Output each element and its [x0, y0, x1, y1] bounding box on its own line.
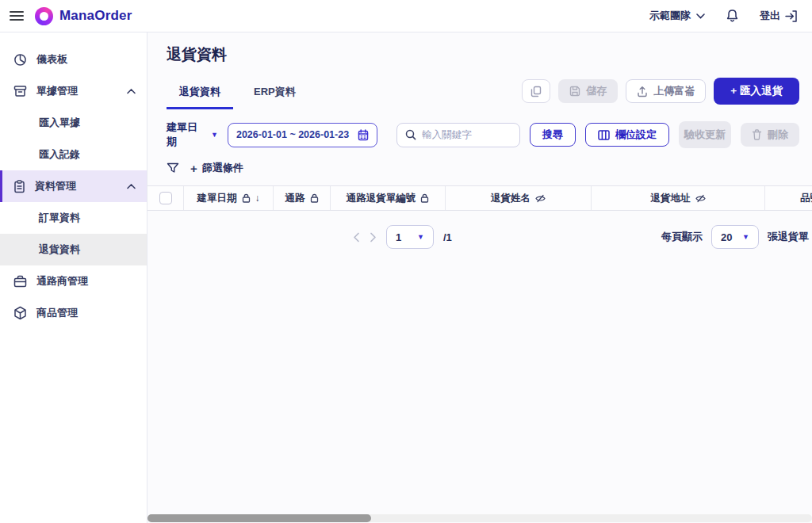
column-label: 通路退貨單編號 — [347, 192, 416, 205]
per-page-select[interactable]: 20 ▼ — [711, 225, 759, 249]
topbar: ManaOrder 示範團隊 登出 — [0, 0, 812, 32]
logout-button[interactable]: 登出 — [760, 9, 798, 23]
date-field-selector[interactable]: 建單日期 ▼ — [167, 120, 218, 149]
sidebar: 儀表板 單據管理 匯入單據 匯入記錄 資料管理 訂單資料 — [0, 32, 147, 523]
page-select-value: 1 — [396, 231, 401, 243]
eye-off-icon — [535, 194, 546, 203]
horizontal-scrollbar[interactable] — [147, 514, 812, 522]
tray-icon — [13, 85, 27, 97]
date-field-label: 建單日期 — [167, 120, 204, 149]
import-returns-button[interactable]: + 匯入退貨 — [714, 78, 799, 105]
select-all-checkbox[interactable] — [159, 192, 172, 204]
delete-label: 刪除 — [768, 128, 788, 142]
column-header-create-date[interactable]: 建單日期 ↓ — [184, 186, 274, 210]
sidebar-item-documents[interactable]: 單據管理 — [0, 75, 147, 107]
sidebar-item-return-data[interactable]: 退貨資料 — [0, 234, 147, 265]
per-page-value: 20 — [721, 231, 732, 243]
sidebar-item-label: 退貨資料 — [39, 242, 80, 257]
columns-icon — [598, 130, 610, 140]
sidebar-item-dashboard[interactable]: 儀表板 — [0, 44, 147, 75]
column-header-channel-return-no[interactable]: 通路退貨單編號 — [331, 186, 446, 210]
lock-icon — [242, 193, 251, 203]
clipboard-icon — [13, 180, 25, 193]
calendar-icon — [358, 129, 369, 141]
trash-icon — [752, 129, 762, 140]
page-total: /1 — [443, 231, 452, 243]
save-button[interactable]: 儲存 — [558, 79, 618, 103]
sidebar-item-label: 資料管理 — [35, 179, 76, 193]
sidebar-item-channel-management[interactable]: 通路商管理 — [0, 265, 147, 297]
search-input[interactable] — [422, 129, 511, 140]
upload-label: 上傳富崙 — [653, 84, 695, 98]
column-label: 通路 — [285, 192, 305, 205]
chevron-up-icon — [127, 184, 136, 189]
sidebar-item-label: 儀表板 — [36, 52, 67, 67]
filter-row: 建單日期 ▼ 2026-01-01 ~ 2026-01-23 搜尋 — [147, 120, 812, 149]
delete-button[interactable]: 刪除 — [741, 123, 799, 147]
search-icon — [405, 129, 416, 140]
funnel-icon[interactable] — [167, 162, 179, 174]
select-all-cell — [147, 186, 184, 210]
sidebar-item-label: 商品管理 — [36, 306, 78, 320]
logout-icon — [785, 10, 798, 22]
caret-down-icon: ▼ — [417, 234, 424, 241]
tabs-row: 退貨資料 ERP資料 儲存 — [147, 78, 812, 109]
sidebar-item-label: 單據管理 — [36, 84, 78, 98]
caret-down-icon: ▼ — [742, 234, 749, 241]
lock-icon — [310, 193, 319, 203]
eye-off-icon — [695, 194, 706, 203]
sidebar-item-product-management[interactable]: 商品管理 — [0, 297, 147, 329]
column-label: 品號 — [800, 192, 812, 205]
date-range-value: 2026-01-01 ~ 2026-01-23 — [236, 129, 351, 140]
tabs: 退貨資料 ERP資料 — [167, 78, 308, 109]
chevron-up-icon — [127, 89, 136, 94]
horizontal-scrollbar-thumb[interactable] — [147, 514, 371, 522]
tab-return-data[interactable]: 退貨資料 — [167, 78, 233, 109]
hamburger-menu-icon[interactable] — [10, 11, 24, 21]
next-page-icon[interactable] — [370, 232, 377, 242]
date-range-input[interactable]: 2026-01-01 ~ 2026-01-23 — [228, 123, 377, 147]
plus-icon: + — [190, 162, 197, 175]
add-filter-label: 篩選條件 — [202, 161, 243, 175]
action-buttons: 儲存 上傳富崙 + 匯入退貨 — [522, 78, 799, 109]
copy-button[interactable] — [522, 79, 550, 103]
team-switcher[interactable]: 示範團隊 — [649, 9, 705, 23]
save-label: 儲存 — [586, 84, 607, 98]
verify-update-button[interactable]: 驗收更新 — [679, 121, 731, 148]
add-filter-button[interactable]: + 篩選條件 — [190, 161, 243, 175]
brand-logo-icon — [35, 7, 53, 25]
per-page-label: 每頁顯示 — [661, 230, 703, 244]
column-header-return-address[interactable]: 退貨地址 — [592, 186, 765, 210]
copy-icon — [530, 86, 542, 97]
upload-erp-button[interactable]: 上傳富崙 — [626, 79, 706, 103]
tab-erp-data[interactable]: ERP資料 — [241, 78, 308, 109]
column-header-item-no[interactable]: 品號 — [765, 186, 812, 210]
column-header-channel[interactable]: 通路 — [274, 186, 331, 210]
column-label: 建單日期 — [197, 192, 237, 205]
column-settings-button[interactable]: 欄位設定 — [585, 123, 669, 147]
notification-bell-icon[interactable] — [726, 9, 739, 23]
sidebar-item-import-records[interactable]: 匯入記錄 — [0, 139, 147, 170]
keyword-search-box — [396, 123, 520, 147]
cube-icon — [13, 306, 27, 320]
returns-table: 建單日期 ↓ 通路 通路退貨單編號 — [147, 185, 812, 211]
sidebar-item-order-data[interactable]: 訂單資料 — [0, 202, 147, 234]
column-header-return-name[interactable]: 退貨姓名 — [446, 186, 592, 210]
caret-down-icon: ▼ — [211, 132, 218, 139]
page-select[interactable]: 1 ▼ — [386, 225, 434, 249]
page-title: 退貨資料 — [147, 32, 812, 65]
column-label: 退貨姓名 — [491, 192, 530, 205]
sidebar-item-data-management[interactable]: 資料管理 — [0, 170, 147, 202]
pagination: 1 ▼ /1 每頁顯示 20 ▼ 張退貨單 — [147, 225, 812, 249]
sidebar-item-import-documents[interactable]: 匯入單據 — [0, 107, 147, 139]
prev-page-icon[interactable] — [353, 232, 360, 242]
upload-icon — [637, 86, 648, 97]
logout-label: 登出 — [760, 9, 780, 23]
team-name: 示範團隊 — [649, 9, 691, 23]
sidebar-item-label: 通路商管理 — [36, 274, 88, 288]
sort-desc-icon[interactable]: ↓ — [255, 193, 260, 204]
search-button[interactable]: 搜尋 — [530, 123, 576, 147]
per-page-unit: 張退貨單 — [768, 230, 809, 244]
chevron-down-icon — [696, 13, 705, 19]
briefcase-icon — [13, 275, 27, 288]
